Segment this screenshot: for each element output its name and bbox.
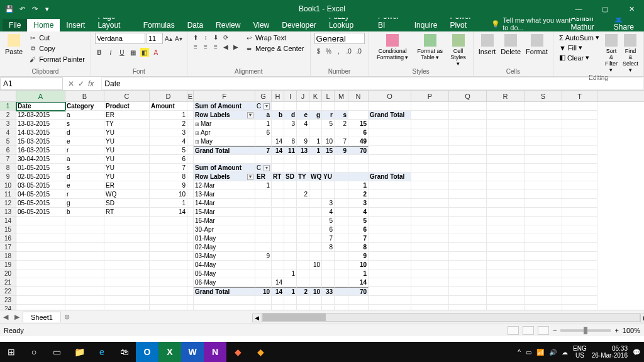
cell[interactable]: 70 (348, 287, 369, 296)
paste-button[interactable]: Paste (4, 33, 24, 64)
cell[interactable] (369, 128, 411, 137)
row-header[interactable]: 10 (0, 181, 16, 190)
cell[interactable]: SD (284, 173, 297, 181)
minimize-button[interactable]: — (566, 0, 591, 18)
cell[interactable] (150, 278, 187, 287)
cell[interactable]: 30-04-2015 (16, 155, 65, 164)
cell[interactable] (322, 252, 335, 261)
cell[interactable]: YU (104, 164, 150, 173)
cell[interactable] (562, 287, 597, 296)
cell[interactable] (525, 146, 562, 155)
cell[interactable] (411, 234, 449, 243)
cell[interactable] (284, 296, 297, 305)
cell[interactable] (411, 269, 449, 278)
cell[interactable] (150, 234, 187, 243)
cell[interactable] (272, 190, 284, 199)
cell[interactable]: 1 (150, 111, 187, 120)
cell[interactable]: s (335, 111, 348, 120)
col-header-q[interactable]: Q (449, 91, 487, 101)
zoom-slider[interactable] (560, 329, 611, 332)
col-header-d[interactable]: D (150, 91, 187, 101)
tab-insert[interactable]: Insert (60, 19, 91, 31)
cell[interactable] (187, 269, 194, 278)
cell[interactable] (284, 190, 297, 199)
cell[interactable]: 01-May (194, 234, 255, 243)
cell[interactable] (369, 217, 411, 225)
cell[interactable] (187, 102, 194, 111)
cell[interactable]: 16-Mar (194, 217, 255, 225)
cell[interactable] (187, 234, 194, 243)
cell[interactable]: 13-Mar (194, 190, 255, 199)
cell[interactable] (335, 252, 348, 261)
cell[interactable]: YU (104, 173, 150, 181)
cell[interactable]: Row Labels▾ (194, 111, 255, 120)
cell[interactable] (562, 305, 597, 310)
cell[interactable] (525, 278, 562, 287)
cell[interactable]: 5 (322, 120, 335, 128)
cell[interactable] (525, 155, 562, 164)
cell[interactable] (284, 234, 297, 243)
col-header-b[interactable]: B (65, 91, 104, 101)
row-header[interactable]: 5 (0, 137, 16, 146)
cell[interactable] (449, 243, 487, 252)
cell[interactable] (187, 146, 194, 155)
shrink-font-icon[interactable]: A▾ (174, 34, 183, 43)
cell[interactable] (65, 217, 104, 225)
insert-cells-button[interactable]: Insert (477, 33, 497, 57)
cell[interactable]: 04-May (194, 261, 255, 269)
cell[interactable] (309, 217, 322, 225)
row-header[interactable]: 1 (0, 102, 16, 111)
col-header-t[interactable]: T (562, 91, 597, 101)
number-format-input[interactable] (314, 33, 365, 44)
row-header[interactable]: 19 (0, 261, 16, 269)
cell[interactable] (335, 190, 348, 199)
cell[interactable] (150, 305, 187, 310)
col-header-p[interactable]: P (411, 91, 449, 101)
cell[interactable]: Category (65, 102, 104, 111)
zoom-out-button[interactable]: − (553, 327, 557, 334)
cell[interactable] (562, 278, 597, 287)
cell[interactable]: 10 (150, 190, 187, 199)
row-header[interactable]: 22 (0, 287, 16, 296)
cell[interactable] (449, 225, 487, 234)
sheet-nav-next[interactable]: ▶ (11, 313, 23, 321)
cell[interactable]: 02-May (194, 243, 255, 252)
cell[interactable] (65, 225, 104, 234)
cell[interactable]: 1 (309, 146, 322, 155)
cell[interactable] (284, 181, 297, 190)
cell[interactable] (411, 146, 449, 155)
cell[interactable] (335, 217, 348, 225)
cell[interactable] (562, 225, 597, 234)
cell[interactable] (411, 296, 449, 305)
cell[interactable] (525, 111, 562, 120)
cell[interactable] (150, 243, 187, 252)
cell[interactable] (104, 217, 150, 225)
cell[interactable] (369, 120, 411, 128)
cell[interactable] (104, 261, 150, 269)
cell[interactable] (284, 102, 297, 111)
cell[interactable]: 6 (322, 225, 335, 234)
scroll-left-icon[interactable]: ◀ (252, 314, 262, 322)
cell[interactable] (309, 269, 322, 278)
cell[interactable] (449, 173, 487, 181)
cell[interactable] (449, 296, 487, 305)
cell[interactable] (411, 128, 449, 137)
cell[interactable]: Apr (194, 128, 255, 137)
cell[interactable] (335, 287, 348, 296)
col-header-n[interactable]: N (348, 91, 369, 101)
cell[interactable]: 49 (348, 137, 369, 146)
cell[interactable] (322, 102, 335, 111)
cell[interactable]: s (65, 164, 104, 173)
cell[interactable] (449, 261, 487, 269)
volume-icon[interactable]: 🔊 (549, 349, 557, 356)
onedrive-icon[interactable]: ☁ (562, 349, 568, 356)
cell[interactable] (309, 199, 322, 208)
cell[interactable] (562, 146, 597, 155)
cell[interactable] (487, 208, 525, 217)
cell[interactable]: a (255, 111, 272, 120)
italic-button[interactable]: I (106, 48, 115, 57)
cell[interactable] (104, 269, 150, 278)
cell[interactable] (322, 181, 335, 190)
col-header-c[interactable]: C (104, 91, 150, 101)
cell[interactable] (322, 155, 335, 164)
